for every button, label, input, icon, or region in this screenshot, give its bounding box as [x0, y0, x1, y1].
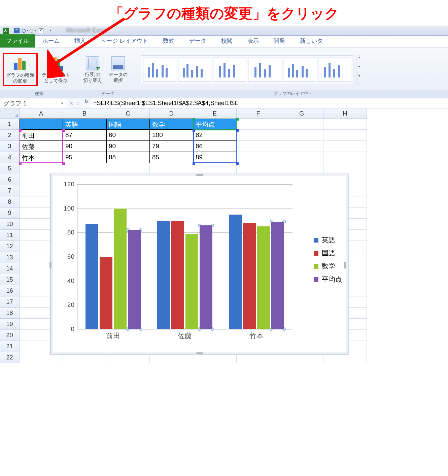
row-header[interactable]: 4: [0, 152, 20, 163]
tab-pagelayout[interactable]: ページ レイアウト: [93, 34, 156, 47]
row-header[interactable]: 9: [0, 208, 20, 219]
row-header[interactable]: 10: [0, 219, 20, 230]
cell[interactable]: 86: [193, 141, 237, 152]
tab-home[interactable]: ホーム: [35, 34, 67, 47]
chart-resize-handle[interactable]: [196, 352, 203, 354]
row-header[interactable]: 18: [0, 308, 20, 319]
embedded-chart[interactable]: 020406080100120前田佐藤竹本英語国語数学平均点: [50, 174, 348, 354]
gallery-scroll[interactable]: ▲ ▼ ▾: [356, 56, 362, 84]
cancel-formula-icon[interactable]: ✕: [69, 101, 73, 106]
cell[interactable]: 数学: [150, 119, 193, 130]
cell[interactable]: 佐藤: [20, 141, 63, 152]
cell[interactable]: [323, 141, 367, 152]
chart-bar[interactable]: [200, 225, 212, 329]
column-header[interactable]: C: [106, 108, 150, 119]
cell[interactable]: 90: [63, 141, 106, 152]
select-all-corner[interactable]: [0, 108, 20, 119]
cell[interactable]: [20, 119, 63, 130]
chart-bar[interactable]: [229, 215, 242, 329]
chart-bar[interactable]: [85, 224, 98, 329]
tab-formulas[interactable]: 数式: [156, 34, 182, 47]
chart-bar[interactable]: [100, 257, 112, 329]
cell[interactable]: 60: [106, 130, 150, 141]
column-header[interactable]: G: [280, 108, 323, 119]
tab-review[interactable]: 校閲: [214, 34, 240, 47]
cell[interactable]: 88: [106, 152, 150, 163]
row-header[interactable]: 12: [0, 241, 20, 252]
cell[interactable]: [323, 152, 367, 163]
cell[interactable]: [193, 163, 237, 174]
cell[interactable]: [20, 163, 63, 174]
tab-developer[interactable]: 開発: [266, 34, 292, 47]
cell[interactable]: [323, 163, 367, 174]
row-header[interactable]: 6: [0, 174, 20, 185]
gallery-more-icon[interactable]: ▾: [356, 74, 362, 84]
chart-layout-gallery[interactable]: [141, 55, 353, 84]
fx-label[interactable]: fx: [82, 98, 91, 108]
cell[interactable]: 82: [193, 130, 237, 141]
name-box[interactable]: グラフ 1▼: [0, 98, 67, 108]
row-header[interactable]: 16: [0, 285, 20, 296]
row-header[interactable]: 22: [0, 352, 20, 363]
legend-item[interactable]: 英語: [314, 235, 342, 245]
row-header[interactable]: 19: [0, 319, 20, 330]
chart-resize-handle[interactable]: [344, 262, 346, 268]
legend-item[interactable]: 国語: [314, 249, 342, 258]
enter-formula-icon[interactable]: ✓: [76, 101, 80, 106]
cell[interactable]: 竹本: [20, 152, 63, 163]
row-header[interactable]: 13: [0, 252, 20, 263]
chart-bar[interactable]: [157, 221, 170, 329]
cell[interactable]: 90: [106, 141, 150, 152]
tab-data[interactable]: データ: [182, 34, 214, 47]
column-header[interactable]: F: [237, 108, 280, 119]
column-header[interactable]: D: [150, 108, 193, 119]
undo-button[interactable]: ▼: [21, 27, 29, 34]
chart-plot-area[interactable]: 020406080100120前田佐藤竹本: [77, 184, 292, 329]
chart-legend[interactable]: 英語国語数学平均点: [314, 231, 342, 288]
cell[interactable]: [280, 141, 323, 152]
save-as-template-button[interactable]: テンプレート として保存: [40, 55, 72, 85]
cell[interactable]: [323, 130, 367, 141]
layout-thumb[interactable]: [283, 58, 316, 82]
cell[interactable]: [237, 119, 280, 130]
chevron-up-icon[interactable]: ▲: [356, 56, 362, 65]
row-header[interactable]: 11: [0, 230, 20, 241]
layout-thumb[interactable]: [178, 58, 211, 82]
chart-bar[interactable]: [271, 222, 284, 329]
cell[interactable]: [280, 119, 323, 130]
legend-item[interactable]: 数学: [314, 262, 342, 271]
cell[interactable]: 95: [63, 152, 106, 163]
row-header[interactable]: 8: [0, 196, 20, 208]
cell[interactable]: [280, 152, 323, 163]
cell[interactable]: [237, 141, 280, 152]
cell[interactable]: [280, 130, 323, 141]
cell[interactable]: [106, 163, 150, 174]
row-header[interactable]: 5: [0, 163, 20, 174]
tab-new[interactable]: 新しいタ: [292, 34, 330, 47]
chart-bar[interactable]: [128, 230, 141, 329]
row-header[interactable]: 14: [0, 263, 20, 274]
cell[interactable]: [237, 152, 280, 163]
cell[interactable]: 前田: [20, 130, 63, 141]
cell[interactable]: 100: [150, 130, 193, 141]
row-header[interactable]: 2: [0, 130, 20, 141]
save-button[interactable]: [13, 27, 21, 34]
cell[interactable]: 89: [193, 152, 237, 163]
chart-bar[interactable]: [185, 234, 198, 329]
column-header[interactable]: A: [20, 108, 63, 119]
layout-thumb[interactable]: [213, 58, 246, 82]
row-header[interactable]: 1: [0, 119, 20, 130]
tab-insert[interactable]: 挿入: [67, 34, 93, 47]
worksheet-grid[interactable]: ABCDEFGH1英語国語数学平均点2前田8760100823佐藤9090798…: [0, 108, 448, 363]
cell[interactable]: 国語: [106, 119, 150, 130]
row-header[interactable]: 3: [0, 141, 20, 152]
layout-thumb[interactable]: [143, 58, 176, 82]
row-header[interactable]: 21: [0, 341, 20, 352]
chart-bar[interactable]: [114, 209, 127, 329]
layout-thumb[interactable]: [318, 58, 351, 82]
column-header[interactable]: H: [323, 108, 367, 119]
cell[interactable]: [237, 163, 280, 174]
chart-bar[interactable]: [257, 226, 270, 329]
chart-bar[interactable]: [171, 221, 184, 329]
column-header[interactable]: B: [63, 108, 106, 119]
